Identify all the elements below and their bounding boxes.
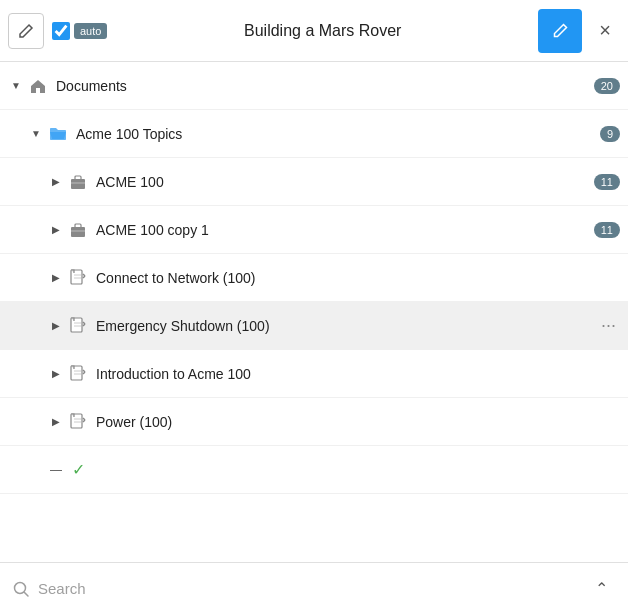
- svg-line-13: [83, 324, 85, 326]
- close-icon: ×: [599, 19, 611, 42]
- auto-checkbox[interactable]: [52, 22, 70, 40]
- tree-label-acme-100-copy-1: ACME 100 copy 1: [96, 222, 586, 238]
- content-area: ▼ Documents 20 ▼ Ac: [0, 62, 628, 614]
- collapse-button[interactable]: ⌃: [586, 574, 616, 604]
- tree-item-acme-100[interactable]: ▶ ACME 100 11: [0, 158, 628, 206]
- svg-line-18: [83, 372, 85, 374]
- tree-item-partial[interactable]: — ✓: [0, 446, 628, 494]
- document-icon-2: [68, 316, 88, 336]
- badge-acme-100: 11: [594, 174, 620, 190]
- svg-rect-19: [71, 414, 82, 428]
- toggle-arrow-right-5: ▶: [48, 366, 64, 382]
- briefcase-icon-1: [68, 172, 88, 192]
- tree-item-connect-to-network[interactable]: ▶ Connect to Network (100): [0, 254, 628, 302]
- svg-rect-14: [71, 366, 82, 380]
- document-icon-4: [68, 412, 88, 432]
- badge-acme-100-topics: 9: [600, 126, 620, 142]
- tree-item-emergency-shutdown[interactable]: ▶ Emergency Shutdown (100) ···: [0, 302, 628, 350]
- more-menu-button[interactable]: ···: [597, 315, 620, 336]
- tree-label-emergency-shutdown: Emergency Shutdown (100): [96, 318, 589, 334]
- auto-badge: auto: [74, 23, 107, 39]
- toggle-dash: —: [48, 462, 64, 478]
- checkbox-wrap: auto: [52, 22, 107, 40]
- svg-rect-2: [71, 227, 85, 237]
- folder-open-icon: [48, 124, 68, 144]
- document-icon-3: [68, 364, 88, 384]
- checkmark-icon: ✓: [68, 460, 88, 480]
- tree-label-acme-100-topics: Acme 100 Topics: [76, 126, 592, 142]
- toggle-arrow-right-3: ▶: [48, 270, 64, 286]
- badge-documents: 20: [594, 78, 620, 94]
- badge-acme-100-copy-1: 11: [594, 222, 620, 238]
- svg-line-23: [83, 420, 85, 422]
- tree-item-acme-100-copy-1[interactable]: ▶ ACME 100 copy 1 11: [0, 206, 628, 254]
- svg-rect-0: [71, 179, 85, 189]
- svg-point-24: [15, 582, 26, 593]
- toggle-arrow-down-2: ▼: [28, 126, 44, 142]
- tree-item-documents[interactable]: ▼ Documents 20: [0, 62, 628, 110]
- page-title: Building a Mars Rover: [115, 22, 530, 40]
- tree-label-documents: Documents: [56, 78, 586, 94]
- toggle-arrow-right-2: ▶: [48, 222, 64, 238]
- close-button[interactable]: ×: [590, 16, 620, 46]
- pencil-button[interactable]: [538, 9, 582, 53]
- tree-label-power-100: Power (100): [96, 414, 620, 430]
- pencil-icon: [551, 22, 569, 40]
- document-icon-1: [68, 268, 88, 288]
- search-icon: [12, 580, 30, 598]
- briefcase-icon-2: [68, 220, 88, 240]
- svg-line-8: [83, 276, 85, 278]
- toggle-arrow-right-4: ▶: [48, 318, 64, 334]
- svg-rect-4: [71, 270, 82, 284]
- tree: ▼ Documents 20 ▼ Ac: [0, 62, 628, 562]
- search-input[interactable]: [38, 580, 586, 597]
- edit-button[interactable]: [8, 13, 44, 49]
- tree-label-connect-to-network: Connect to Network (100): [96, 270, 620, 286]
- tree-item-acme-100-topics[interactable]: ▼ Acme 100 Topics 9: [0, 110, 628, 158]
- toggle-arrow-right-6: ▶: [48, 414, 64, 430]
- edit-icon: [18, 23, 34, 39]
- home-icon: [28, 76, 48, 96]
- svg-rect-9: [71, 318, 82, 332]
- toggle-arrow-right-1: ▶: [48, 174, 64, 190]
- tree-label-acme-100: ACME 100: [96, 174, 586, 190]
- svg-line-25: [25, 592, 29, 596]
- chevron-up-icon: ⌃: [595, 579, 608, 598]
- tree-item-introduction-to-acme[interactable]: ▶ Introduction to Acme 100: [0, 350, 628, 398]
- tree-label-introduction-to-acme: Introduction to Acme 100: [96, 366, 620, 382]
- toggle-arrow-down: ▼: [8, 78, 24, 94]
- header: auto Building a Mars Rover ×: [0, 0, 628, 62]
- search-bar: ⌃: [0, 562, 628, 614]
- tree-item-power-100[interactable]: ▶ Power (100): [0, 398, 628, 446]
